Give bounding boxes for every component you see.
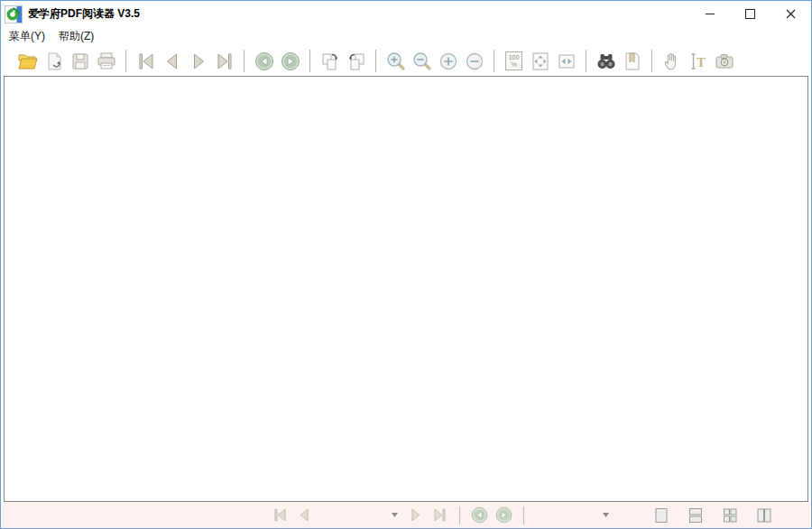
minimize-icon [706,14,715,14]
rotate-ccw-icon [346,51,367,72]
svg-text:T: T [697,55,706,70]
rotate-counterclockwise-button[interactable] [344,49,368,73]
first-page-icon [135,51,157,72]
main-toolbar: 100 % [1,46,811,76]
toolbar-separator [125,50,126,72]
facing-pages-button[interactable] [717,506,742,525]
dropdown-arrow-icon [392,513,398,517]
prev-page-button[interactable] [160,49,184,73]
zoom-out-tool-icon [411,51,433,72]
back-view-icon [470,506,489,524]
zoom-in-button[interactable] [436,49,460,73]
fit-width-button[interactable] [554,49,578,73]
toolbar-separator [309,50,310,72]
next-page-button[interactable] [186,49,210,73]
actual-size-text-top: 100 [509,54,520,61]
zoom-in-icon [438,51,459,72]
rotate-cw-icon [319,51,341,72]
forward-view-button[interactable] [278,49,302,73]
first-page-icon [272,506,289,524]
forward-view-icon [494,506,513,524]
actual-size-button[interactable]: 100 % [502,49,526,73]
rotate-clockwise-button[interactable] [318,49,342,73]
hand-tool-button[interactable] [660,49,684,73]
open-folder-icon [17,51,39,72]
back-view-icon [254,51,275,72]
window-title: 爱学府PDF阅读器 V3.5 [28,6,140,22]
last-page-button[interactable] [212,49,236,73]
back-view-button[interactable] [252,49,276,73]
prev-page-icon [296,506,313,524]
forward-view-icon [280,51,301,72]
two-page-view-icon [755,506,773,524]
last-page-icon [431,506,448,524]
snapshot-icon [714,51,735,72]
statusbar-next-page-button[interactable] [403,506,428,525]
toolbar-separator [494,50,494,72]
toolbar-separator [586,50,586,72]
menu-item-main[interactable]: 菜单(Y) [9,29,45,44]
status-bar [1,502,811,528]
statusbar-prev-page-button[interactable] [292,506,317,525]
document-viewport [4,76,808,502]
bookmark-button[interactable] [620,49,644,73]
page-layout-group [649,506,776,525]
fit-page-icon [530,51,551,72]
facing-pages-icon [721,506,739,524]
page-selector-combobox[interactable] [317,506,403,524]
zoom-selector-combobox[interactable] [531,506,614,524]
next-page-icon [407,506,424,524]
title-bar: 爱学府PDF阅读器 V3.5 [1,1,811,27]
last-page-icon [214,51,235,72]
menu-item-help[interactable]: 帮助(Z) [59,29,94,44]
maximize-icon [745,9,755,19]
app-window: 爱学府PDF阅读器 V3.5 菜单(Y) 帮助(Z) [0,0,812,529]
hand-tool-icon [661,51,683,72]
statusbar-forward-view-button[interactable] [492,506,516,525]
prev-page-icon [161,51,183,72]
snapshot-button[interactable] [712,49,736,73]
save-icon [69,51,91,72]
print-icon [96,51,117,72]
open-button[interactable] [15,49,40,73]
window-controls [689,1,811,27]
bookmark-icon [622,51,643,72]
next-page-icon [188,51,209,72]
dropdown-arrow-icon [603,513,609,517]
statusbar-back-view-button[interactable] [467,506,492,525]
continuous-pages-button[interactable] [683,506,707,525]
first-page-button[interactable] [134,49,158,73]
single-page-icon [652,506,670,524]
fit-page-button[interactable] [528,49,552,73]
menu-bar: 菜单(Y) 帮助(Z) [1,27,811,46]
save-button[interactable] [68,49,92,73]
minimize-button[interactable] [689,1,730,27]
find-icon [595,51,617,72]
zoom-in-tool-button[interactable] [383,49,408,73]
actual-size-icon: 100 % [505,51,522,70]
text-select-button[interactable]: T [686,49,710,73]
zoom-out-button[interactable] [462,49,486,73]
text-select-icon: T [687,51,709,72]
zoom-out-icon [464,51,485,72]
close-icon [786,9,796,19]
two-page-view-button[interactable] [752,506,776,525]
actual-size-text-bottom: % [511,61,516,69]
toolbar-separator [651,50,652,72]
save-as-button[interactable] [42,49,66,73]
close-button[interactable] [770,1,811,27]
maximize-button[interactable] [730,1,770,27]
zoom-out-tool-button[interactable] [410,49,434,73]
toolbar-separator [244,50,245,72]
fit-width-icon [556,51,577,72]
statusbar-separator [459,506,460,524]
toolbar-separator [375,50,376,72]
statusbar-separator [523,506,524,524]
continuous-pages-icon [687,506,705,524]
find-button[interactable] [594,49,618,73]
single-page-button[interactable] [649,506,673,525]
statusbar-first-page-button[interactable] [268,506,292,525]
print-button[interactable] [94,49,118,73]
statusbar-last-page-button[interactable] [428,506,452,525]
app-logo-icon [5,5,23,23]
